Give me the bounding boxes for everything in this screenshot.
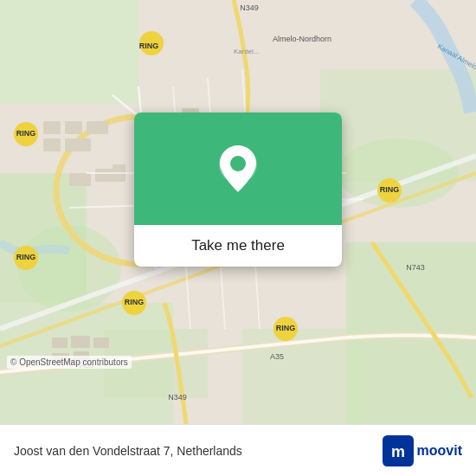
svg-text:N349: N349 [168,393,187,402]
svg-rect-20 [65,121,82,134]
moovit-logo: m moovit [383,435,462,466]
svg-text:Almelo-Nordhorn: Almelo-Nordhorn [273,35,331,43]
svg-point-7 [17,225,121,312]
svg-text:RING: RING [139,42,159,50]
svg-text:RING: RING [16,253,36,261]
svg-text:m: m [391,443,405,460]
svg-text:N743: N743 [406,263,425,272]
svg-text:A35: A35 [270,352,284,361]
svg-text:N349: N349 [240,3,259,12]
moovit-logo-icon: m [383,435,414,466]
location-pin-icon [215,142,261,196]
popup-card-header [134,113,342,225]
take-me-there-button[interactable]: Take me there [191,237,285,254]
svg-rect-19 [43,121,61,134]
popup-card-action[interactable]: Take me there [134,225,342,267]
svg-point-65 [230,156,246,171]
svg-rect-25 [95,169,113,182]
svg-rect-39 [71,336,90,348]
svg-rect-38 [52,338,68,348]
svg-text:Kantel...: Kantel... [234,48,259,55]
svg-text:RING: RING [276,324,296,332]
svg-rect-21 [87,121,108,134]
svg-rect-22 [43,138,61,151]
location-popup: Take me there [134,113,342,267]
moovit-text: moovit [417,443,462,459]
svg-rect-23 [65,138,91,151]
copyright-text: © OpenStreetMap contributors [7,356,132,369]
bottom-bar: Joost van den Vondelstraat 7, Netherland… [0,424,476,476]
map-container[interactable]: RING RING RING RING RING RING N349 N349 … [0,0,476,424]
svg-rect-24 [69,173,91,186]
svg-text:RING: RING [16,129,36,138]
svg-rect-40 [93,338,109,348]
svg-text:RING: RING [125,298,145,306]
address-label: Joost van den Vondelstraat 7, Netherland… [14,444,242,458]
svg-text:RING: RING [380,185,400,194]
svg-rect-1 [0,0,138,104]
